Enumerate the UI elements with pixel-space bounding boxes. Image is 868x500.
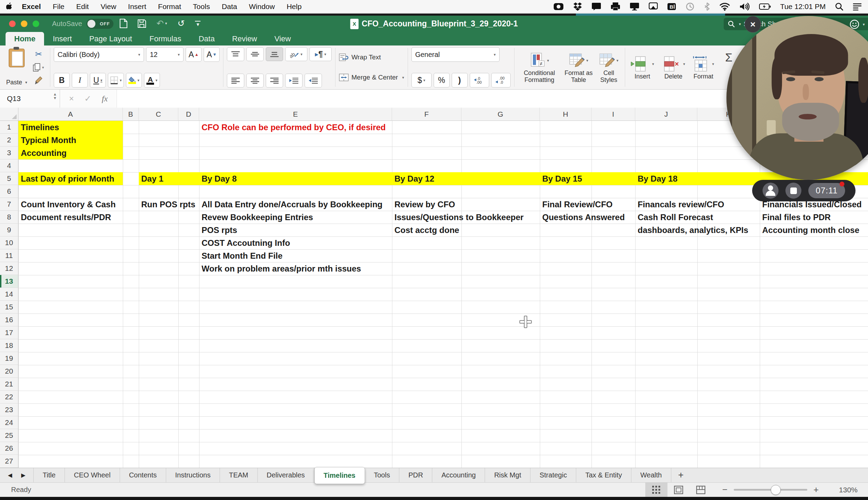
cell-F8[interactable]: Issues/Questions to Bookkeeper	[392, 211, 461, 224]
cell-E1[interactable]: CFO Role can be performed by CEO, if des…	[199, 121, 392, 134]
align-left-button[interactable]	[227, 74, 244, 88]
row-header-27[interactable]: 27	[0, 455, 18, 468]
row-header-12[interactable]: 12	[0, 262, 18, 275]
cell-E9[interactable]: POS rpts	[199, 224, 392, 236]
row-header-23[interactable]: 23	[0, 403, 18, 416]
column-header-E[interactable]: E	[199, 108, 392, 121]
underline-button[interactable]: U▾	[90, 73, 106, 88]
font-color-button[interactable]: A▾	[144, 73, 160, 88]
column-header-A[interactable]: A	[18, 108, 123, 121]
percent-button[interactable]: %	[434, 73, 450, 88]
cell-C5[interactable]: Day 1	[139, 172, 199, 185]
cell-C7[interactable]: Run POS rpts	[139, 198, 178, 211]
cell-H7[interactable]: Final Review/CFO	[540, 198, 592, 211]
select-all-corner[interactable]	[0, 108, 18, 121]
align-center-button[interactable]	[246, 74, 264, 88]
row-header-13[interactable]: 13	[0, 275, 18, 288]
paste-button[interactable]: Paste▾	[3, 47, 31, 88]
column-header-G[interactable]: G	[461, 108, 540, 121]
merge-center-button[interactable]: Merge & Center ▾	[339, 74, 404, 81]
save-icon[interactable]	[138, 19, 146, 28]
format-cells-button[interactable]: ▾ Format	[691, 54, 716, 81]
cell-E10[interactable]: COST Accoutning Info	[199, 236, 392, 249]
sheet-tab-timelines[interactable]: Timelines	[314, 467, 365, 484]
currency-button[interactable]: $▾	[411, 73, 432, 88]
battery-icon[interactable]	[759, 3, 771, 10]
sheet-tab-team[interactable]: TEAM	[220, 468, 258, 482]
cell-E5[interactable]: By Day 8	[199, 172, 392, 185]
menu-item-insert[interactable]: Insert	[122, 2, 152, 11]
cell-L8[interactable]: Final files to PDR	[760, 211, 868, 224]
row-header-10[interactable]: 10	[0, 236, 18, 249]
sheet-tab-instructions[interactable]: Instructions	[166, 468, 220, 482]
sheet-tab-risk-mgt[interactable]: Risk Mgt	[485, 468, 530, 482]
font-name-select[interactable]: Calibri (Body)▾	[54, 47, 144, 62]
row-header-24[interactable]: 24	[0, 416, 18, 429]
row-header-26[interactable]: 26	[0, 442, 18, 455]
dropbox-icon[interactable]	[573, 2, 582, 11]
cell-J7[interactable]: Financals review/CFO	[635, 198, 697, 211]
number-format-select[interactable]: General▾	[411, 47, 500, 62]
format-painter-button[interactable]	[31, 74, 46, 87]
cell-A5[interactable]: Last Day of prior Month	[18, 172, 123, 185]
row-header-21[interactable]: 21	[0, 378, 18, 391]
italic-button[interactable]: I	[72, 73, 88, 88]
row-header-15[interactable]: 15	[0, 301, 18, 314]
menu-item-view[interactable]: View	[95, 2, 122, 11]
row-header-18[interactable]: 18	[0, 339, 18, 352]
delete-cells-button[interactable]: ×▾ Delete	[659, 54, 687, 81]
screen-record-icon[interactable]	[553, 3, 564, 10]
recorder-camera-toggle-button[interactable]	[763, 183, 778, 199]
fill-color-button[interactable]: ▾	[126, 73, 142, 88]
cell-A3[interactable]: Accounting	[18, 147, 123, 159]
page-layout-view-button[interactable]	[667, 483, 690, 497]
cell-E7[interactable]: All Data Entry done/Accruals by Bookkeep…	[199, 198, 392, 211]
prev-sheet-icon[interactable]: ◀	[8, 472, 12, 478]
column-header-B[interactable]: B	[123, 108, 139, 121]
format-as-table-button[interactable]: ▾ Format as Table	[562, 50, 596, 84]
row-header-25[interactable]: 25	[0, 429, 18, 442]
close-window-button[interactable]	[9, 20, 16, 27]
cancel-entry-icon[interactable]: ×	[69, 94, 74, 103]
menu-item-window[interactable]: Window	[243, 2, 281, 11]
airplay-icon[interactable]	[649, 2, 658, 11]
sheet-tab-ceo-wheel[interactable]: CEO Wheel	[65, 468, 120, 482]
menu-item-tools[interactable]: Tools	[187, 2, 216, 11]
insert-cells-button[interactable]: ▾ Insert	[629, 54, 656, 81]
cell-E8[interactable]: Revew Bookkeeping Entries	[199, 211, 392, 224]
font-size-select[interactable]: 12▾	[146, 47, 184, 62]
wrap-text-button[interactable]: Wrap Text	[339, 53, 404, 61]
row-header-4[interactable]: 4	[0, 159, 18, 172]
comma-style-button[interactable]: )	[452, 73, 468, 88]
sheet-tab-deliverables[interactable]: Deliverables	[258, 468, 314, 482]
cell-E11[interactable]: Start Month End File	[199, 249, 392, 262]
ribbon-tab-view[interactable]: View	[266, 32, 299, 45]
copy-button[interactable]: ▾	[31, 61, 46, 74]
sheet-tab-wealth[interactable]: Wealth	[631, 468, 671, 482]
feedback-smiley-icon[interactable]: ▾	[849, 19, 865, 30]
zoom-out-icon[interactable]: −	[722, 484, 727, 495]
customize-toolbar-icon[interactable]: ▼	[195, 21, 201, 26]
cell-E12[interactable]: Work on problem areas/prior mth issues	[199, 262, 392, 275]
spotlight-icon[interactable]	[835, 2, 843, 11]
menu-item-format[interactable]: Format	[152, 2, 187, 11]
orientation-button[interactable]: ab▾	[285, 47, 307, 61]
row-header-16[interactable]: 16	[0, 314, 18, 326]
zoom-slider[interactable]	[734, 489, 807, 491]
recorder-close-button[interactable]: ×	[744, 16, 761, 33]
volume-icon[interactable]	[739, 2, 750, 11]
confirm-entry-icon[interactable]: ✓	[84, 94, 91, 103]
redo-icon[interactable]: ↺	[177, 18, 185, 28]
cell-F9[interactable]: Cost acctg done	[392, 224, 461, 236]
borders-button[interactable]: ▾	[108, 73, 124, 88]
increase-decimal-button[interactable]: .0.00	[470, 73, 489, 88]
column-header-D[interactable]: D	[178, 108, 199, 121]
cell-H5[interactable]: By Day 15	[540, 172, 635, 185]
ribbon-tab-insert[interactable]: Insert	[44, 32, 80, 45]
spreadsheet-grid[interactable]: ABCDEFGHIJKL1234567891011121314151617181…	[0, 108, 868, 468]
zoom-in-icon[interactable]: +	[814, 484, 819, 495]
decrease-font-button[interactable]: A▼	[204, 47, 220, 62]
insert-function-icon[interactable]: fx	[102, 94, 108, 103]
notification-center-icon[interactable]	[853, 3, 862, 10]
autosave-control[interactable]: AutoSave OFF	[52, 19, 113, 29]
